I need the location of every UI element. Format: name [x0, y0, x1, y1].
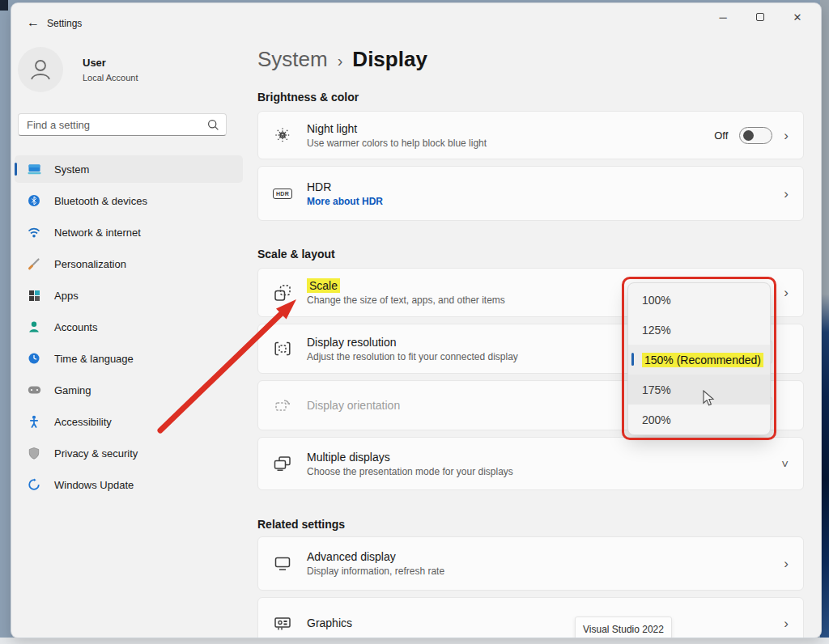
- section-brightness-color: Brightness & color: [257, 91, 359, 104]
- sidebar-item-label: Accounts: [54, 321, 97, 333]
- row-title: Advanced display: [307, 550, 444, 563]
- sidebar-item-label: Bluetooth & devices: [54, 195, 147, 207]
- bluetooth-icon: [27, 194, 41, 207]
- sidebar-item-accessibility[interactable]: Accessibility: [15, 408, 243, 435]
- sidebar-item-label: Network & internet: [54, 227, 141, 239]
- system-icon: [27, 163, 41, 176]
- time-language-icon: [27, 352, 41, 365]
- chevron-right-icon: ›: [784, 187, 789, 201]
- desktop-wallpaper-strip: [820, 0, 829, 639]
- accounts-icon: [27, 320, 41, 333]
- sidebar-item-system[interactable]: System: [15, 155, 243, 183]
- mouse-cursor-icon: [703, 390, 715, 407]
- hdr-row[interactable]: HDR HDR More about HDR ›: [257, 166, 804, 221]
- advanced-display-row[interactable]: Advanced display Display information, re…: [257, 536, 804, 591]
- row-title: HDR: [307, 180, 383, 193]
- annotation-red-box: [622, 277, 776, 440]
- row-description: Change the size of text, apps, and other…: [307, 294, 505, 306]
- graphics-icon: [273, 616, 292, 631]
- scale-icon: [273, 284, 292, 302]
- taskbar-edge: [0, 638, 829, 644]
- row-description: Choose the presentation mode for your di…: [307, 466, 513, 477]
- section-scale-layout: Scale & layout: [257, 248, 335, 261]
- row-title-highlighted: Scale: [307, 278, 340, 293]
- breadcrumb-separator-icon: ›: [338, 52, 343, 70]
- search-input[interactable]: [27, 114, 201, 135]
- sidebar-item-time-language[interactable]: Time & language: [15, 345, 243, 372]
- row-title: Display orientation: [307, 399, 400, 412]
- display-orientation-icon: [273, 396, 292, 414]
- back-button[interactable]: ←: [23, 13, 44, 32]
- multiple-displays-icon: [273, 455, 292, 472]
- sidebar-item-label: Apps: [54, 290, 79, 302]
- search-box: [18, 113, 227, 136]
- breadcrumb: System › Display: [257, 47, 427, 72]
- user-subtitle: Local Account: [83, 73, 138, 83]
- row-title: Graphics: [307, 616, 352, 629]
- sidebar-item-label: Accessibility: [54, 416, 112, 428]
- sidebar-item-label: Personalization: [54, 258, 126, 270]
- toggle-state-label: Off: [714, 129, 728, 142]
- search-icon: [207, 119, 219, 131]
- gaming-icon: [27, 383, 41, 396]
- sidebar-item-bluetooth[interactable]: Bluetooth & devices: [15, 187, 243, 214]
- privacy-icon: [27, 447, 41, 460]
- multiple-displays-row[interactable]: Multiple displays Choose the presentatio…: [257, 437, 804, 490]
- chevron-right-icon: ›: [784, 286, 789, 299]
- chevron-down-icon: ˅: [781, 458, 789, 470]
- sidebar-item-accounts[interactable]: Accounts: [15, 313, 243, 341]
- sidebar-nav: System Bluetooth & devices Network & int…: [15, 155, 243, 502]
- personalization-icon: [27, 257, 41, 270]
- back-icon: ←: [27, 15, 40, 30]
- sidebar-item-label: Gaming: [54, 384, 91, 396]
- taskbar-tooltip: Visual Studio 2022: [575, 616, 672, 638]
- hdr-icon: HDR: [273, 189, 292, 199]
- person-icon: [27, 56, 54, 83]
- row-title: Multiple displays: [307, 451, 513, 464]
- accessibility-icon: [27, 415, 41, 428]
- chevron-right-icon: ›: [784, 616, 789, 630]
- chevron-right-icon: ›: [784, 557, 789, 570]
- network-icon: [27, 226, 41, 239]
- sidebar-item-network[interactable]: Network & internet: [15, 218, 243, 246]
- sidebar-item-label: Windows Update: [54, 479, 134, 491]
- windows-update-icon: [27, 478, 41, 491]
- display-resolution-icon: [273, 340, 292, 358]
- sidebar-item-label: Privacy & security: [54, 447, 138, 460]
- graphics-row[interactable]: Graphics ›: [257, 597, 804, 638]
- window-title: Settings: [47, 18, 82, 29]
- sidebar-item-gaming[interactable]: Gaming: [15, 376, 243, 404]
- apps-icon: [27, 289, 41, 302]
- sidebar-item-personalization[interactable]: Personalization: [15, 250, 243, 278]
- row-description: Adjust the resolution to fit your connec…: [307, 351, 518, 362]
- hdr-more-link[interactable]: More about HDR: [307, 196, 383, 207]
- user-name: User: [83, 57, 106, 69]
- night-light-icon: [273, 126, 292, 144]
- desktop-corner: [0, 0, 8, 11]
- row-description: Display information, refresh rate: [307, 566, 444, 577]
- settings-window: ← Settings ─ ✕ User Local Account System: [11, 3, 821, 638]
- sidebar-item-label: Time & language: [54, 353, 134, 365]
- sidebar-item-privacy[interactable]: Privacy & security: [15, 439, 243, 467]
- row-description: Use warmer colors to help block blue lig…: [307, 138, 487, 149]
- section-related-settings: Related settings: [257, 518, 345, 531]
- page-title: Display: [352, 47, 427, 72]
- sidebar-item-windows-update[interactable]: Windows Update: [15, 471, 243, 498]
- night-light-toggle[interactable]: [739, 127, 772, 144]
- toggle-knob: [743, 130, 754, 141]
- avatar[interactable]: [18, 47, 63, 92]
- sidebar-item-label: System: [54, 163, 89, 176]
- breadcrumb-system[interactable]: System: [257, 47, 328, 72]
- row-title: Display resolution: [307, 336, 518, 349]
- night-light-row[interactable]: Night light Use warmer colors to help bl…: [257, 111, 804, 159]
- advanced-display-icon: [273, 556, 292, 571]
- chevron-right-icon: ›: [784, 129, 789, 142]
- row-title: Night light: [307, 122, 487, 135]
- sidebar-item-apps[interactable]: Apps: [15, 282, 243, 309]
